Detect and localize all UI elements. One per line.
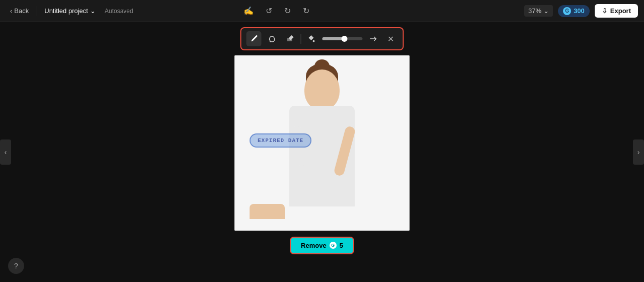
remove-label: Remove: [301, 242, 327, 249]
credits-amount: 300: [574, 7, 585, 15]
project-title: Untitled project: [44, 7, 88, 15]
brush-size-thumb: [342, 36, 348, 42]
chevron-left-icon: ‹: [5, 148, 7, 156]
chevron-down-icon: ⌄: [543, 7, 549, 15]
remove-button-container: Remove G 5: [290, 237, 354, 254]
back-label: Back: [14, 7, 29, 15]
pen-tool-button[interactable]: [247, 31, 262, 46]
expired-date-stamp: EXPIRED DATE: [250, 133, 311, 148]
hand-tool-button[interactable]: ✍: [242, 4, 256, 18]
help-button[interactable]: ?: [8, 258, 24, 274]
toolbar-divider: [301, 34, 301, 44]
zoom-value: 37%: [528, 7, 541, 15]
topbar-center-controls: ✍ ↺ ↻ ↻: [242, 4, 311, 18]
credits-icon: G: [563, 7, 571, 15]
back-button[interactable]: ‹ Back: [6, 5, 33, 17]
brush-size-slider[interactable]: [323, 37, 363, 40]
topbar-divider: [37, 6, 37, 16]
credits-badge: G 300: [558, 5, 590, 17]
redo-button[interactable]: ↻: [282, 4, 293, 18]
topbar: ‹ Back Untitled project ⌄ Autosaved ✍ ↺ …: [0, 0, 644, 22]
help-icon: ?: [14, 262, 18, 270]
chevron-right-icon: ›: [637, 148, 640, 156]
autosaved-label: Autosaved: [105, 8, 133, 15]
refresh-button[interactable]: ↻: [301, 4, 311, 18]
back-chevron-icon: ‹: [10, 7, 12, 15]
zoom-control[interactable]: 37% ⌄: [524, 5, 553, 17]
topbar-right-controls: 37% ⌄ G 300 ⇩ Export: [524, 4, 638, 18]
remove-button[interactable]: Remove G 5: [290, 237, 354, 254]
arrow-direction-button[interactable]: [366, 31, 381, 46]
eraser-tool-button[interactable]: [283, 31, 298, 46]
canvas-area: ‹ EXPIRED DATE Remove G 5: [0, 22, 644, 282]
chevron-down-icon: ⌄: [90, 7, 96, 15]
nav-next-button[interactable]: ›: [633, 139, 644, 165]
remove-credits-count: 5: [340, 242, 343, 249]
lasso-tool-button[interactable]: [265, 31, 280, 46]
export-label: Export: [610, 7, 631, 15]
project-title-button[interactable]: Untitled project ⌄: [41, 5, 99, 17]
export-download-icon: ⇩: [602, 7, 607, 15]
remove-credits-icon: G: [330, 242, 337, 249]
image-canvas: EXPIRED DATE: [234, 55, 410, 231]
woman-hand: [250, 204, 285, 219]
paint-tool-button[interactable]: [304, 31, 319, 46]
nav-prev-button[interactable]: ‹: [0, 139, 11, 165]
undo-button[interactable]: ↺: [264, 4, 274, 18]
toolbar-close-button[interactable]: ✕: [384, 32, 398, 46]
export-button[interactable]: ⇩ Export: [595, 4, 638, 18]
drawing-toolbar: ✕: [240, 27, 404, 50]
